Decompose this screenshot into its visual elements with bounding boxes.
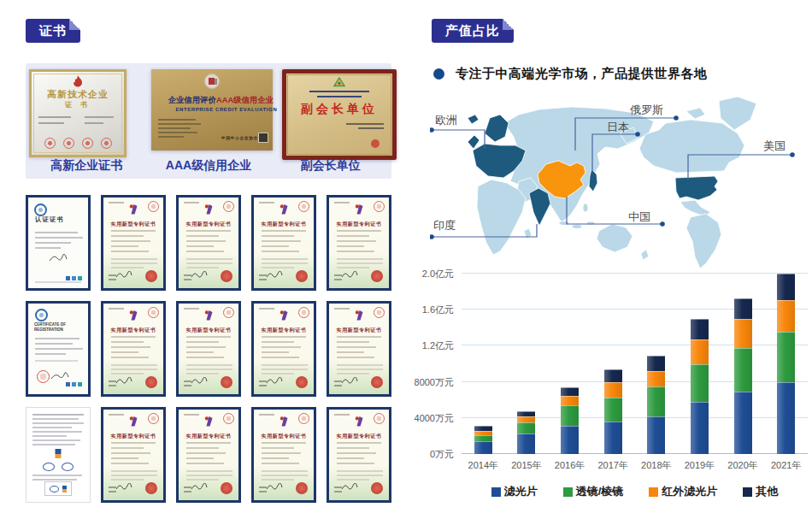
text-line — [259, 279, 267, 280]
text-line — [109, 279, 116, 280]
text-line — [262, 442, 306, 444]
round-stamp-icon — [148, 413, 159, 424]
callout-dot — [674, 115, 679, 121]
text-line — [111, 463, 149, 464]
mark-icon — [66, 382, 70, 386]
stacked-bar — [517, 274, 535, 454]
bar-segment — [517, 433, 535, 454]
text-line — [35, 348, 83, 350]
signature-icon — [266, 377, 283, 385]
patent-cert-title: 实用新型专利证书 — [186, 433, 232, 439]
text-line — [337, 346, 376, 348]
text-line — [259, 202, 274, 203]
cnipa-logo-icon — [279, 416, 289, 427]
x-tick-label: 2017年 — [591, 459, 635, 472]
patent-cert-title: 实用新型专利证书 — [262, 433, 307, 439]
signature-icon — [191, 271, 208, 279]
bar-segment — [691, 364, 709, 402]
text-line — [32, 435, 67, 437]
text-line — [184, 202, 199, 203]
region-australia — [597, 224, 633, 252]
region-usa — [675, 176, 718, 200]
bar-segment — [604, 398, 622, 422]
text-line — [111, 364, 157, 366]
map-label: 欧洲 — [435, 113, 457, 128]
text-line — [186, 452, 226, 454]
text-line — [32, 422, 84, 424]
round-stamp-icon — [223, 307, 234, 318]
plaque-vice-title: 副会长单位 — [286, 102, 392, 117]
accreditation-marks — [66, 382, 82, 386]
plaque-aaa-credit: 企业信用评价AAA级信用企业 ENTERPRISE CREDIT EVALUAT… — [151, 69, 273, 150]
stacked-bar — [561, 274, 579, 454]
text-line — [262, 373, 294, 375]
section-tag-label: 证书 — [39, 23, 67, 38]
section-tag-certificates: 证书 — [26, 19, 80, 43]
text-line — [111, 373, 144, 375]
cnipa-logo-icon — [204, 310, 214, 321]
text-line — [109, 385, 116, 386]
text-line — [186, 336, 231, 338]
signature-icon — [115, 483, 132, 491]
bar-column — [764, 274, 808, 454]
y-tick-label: 2.0亿元 — [422, 268, 454, 280]
plaque-panel: 高新技术企业 证 书 企业信用评价AAA级信用企业 ENTERPRISE CRE… — [26, 63, 391, 179]
text-line — [262, 470, 308, 472]
text-line — [158, 132, 197, 133]
x-tick-label: 2021年 — [764, 459, 808, 472]
text-line — [158, 127, 191, 129]
text-line — [262, 463, 299, 464]
text-line — [32, 475, 82, 476]
cnipa-logo-icon — [355, 416, 364, 427]
region-arctic-islands — [686, 108, 705, 119]
aaa-title-red: AAA级信用企业 — [216, 95, 274, 104]
headline: 专注于中高端光学市场，产品提供世界各地 — [433, 66, 708, 82]
text-line — [186, 230, 231, 232]
national-emblem-seal-icon — [145, 376, 157, 388]
text-line — [337, 447, 369, 449]
text-line — [111, 457, 138, 459]
red-seal-icon — [44, 138, 56, 149]
chart-x-axis: 2014年2015年2016年2017年2018年2019年2020年2021年 — [462, 459, 808, 472]
cnipa-logo-icon — [355, 310, 364, 321]
bar-segment — [647, 386, 665, 416]
callout-dot — [430, 234, 434, 239]
text-line — [262, 351, 289, 353]
region-new-zealand — [641, 250, 649, 260]
text-line — [184, 308, 199, 310]
signature-icon — [266, 271, 283, 279]
text-line — [337, 479, 369, 481]
text-line — [186, 245, 214, 247]
patent-cert-title: 实用新型专利证书 — [337, 327, 382, 333]
text-line — [186, 346, 226, 348]
plaque-hightech-subtitle: 证 书 — [41, 100, 115, 109]
text-line — [337, 463, 374, 464]
text-line — [32, 414, 84, 416]
text-line — [259, 414, 274, 416]
bar-segment — [734, 319, 752, 348]
round-stamp-icon — [374, 307, 385, 318]
text-line — [186, 479, 219, 481]
world-map: 欧洲俄罗斯日本美国中国印度 — [430, 96, 808, 268]
national-emblem-seal-icon — [221, 376, 232, 388]
text-line — [262, 258, 308, 260]
cn-cert-title: 认证证书 — [35, 215, 64, 224]
bar-column — [721, 274, 765, 454]
text-line — [334, 279, 342, 280]
text-line — [337, 373, 369, 375]
text-line — [109, 491, 116, 492]
patent-certificate: 实用新型专利证书 — [101, 407, 166, 503]
region-south-america — [686, 214, 721, 268]
text-line — [186, 341, 219, 343]
text-line — [186, 442, 231, 444]
text-line — [38, 116, 71, 118]
text-line — [111, 346, 150, 348]
bar-column — [462, 274, 505, 454]
report-document — [26, 407, 91, 503]
text-line — [111, 479, 144, 481]
text-line — [186, 475, 232, 476]
text-line — [111, 475, 157, 476]
text-line — [337, 235, 369, 237]
national-emblem-seal-icon — [371, 376, 383, 388]
text-line — [184, 491, 191, 492]
